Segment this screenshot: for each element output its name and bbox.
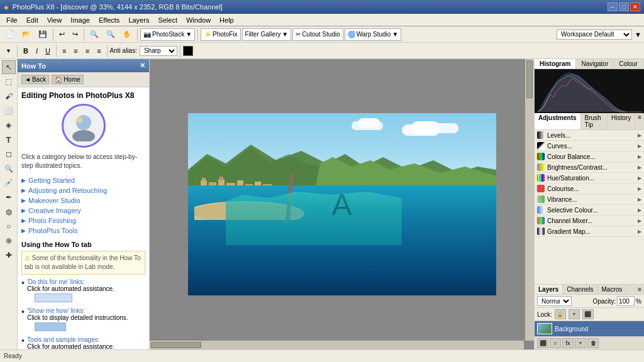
lock-button[interactable]: 🔒 xyxy=(555,309,566,319)
tab-navigator[interactable]: Navigator xyxy=(576,59,614,69)
workspace-select[interactable]: Workspace Default xyxy=(557,30,632,40)
warp-studio-button[interactable]: 🌀 Warp Studio ▼ xyxy=(345,28,402,41)
adj-menu[interactable]: ≡ xyxy=(635,113,644,129)
align-justify-button[interactable]: ≡ xyxy=(94,44,104,58)
zoom-in-button[interactable]: 🔍 xyxy=(87,28,102,41)
lock-color-button[interactable]: ⬛ xyxy=(582,309,594,319)
hand-tool[interactable]: ✋ xyxy=(119,28,135,41)
do-this-link[interactable]: 'Do this for me' links: xyxy=(27,278,85,285)
canvas-area[interactable]: A xyxy=(150,59,534,349)
tab-brush-tip[interactable]: Brush Tip xyxy=(581,113,608,129)
adj-colour-balance[interactable]: Colour Balance... ▶ xyxy=(535,151,644,162)
text-tool[interactable]: T xyxy=(2,133,16,146)
tab-history[interactable]: History xyxy=(608,113,635,129)
paint-tool[interactable]: 🖌 xyxy=(2,89,16,103)
delete-layer-button[interactable]: 🗑 xyxy=(587,338,599,348)
cat-tools[interactable]: ▶ PhotoPlus Tools xyxy=(21,226,145,236)
redo-button[interactable]: ↪ xyxy=(69,28,81,41)
tab-adjustments[interactable]: Adjustments xyxy=(535,113,581,129)
dodge-tool[interactable]: ○ xyxy=(2,219,16,233)
canvas-hscrollbar[interactable] xyxy=(150,341,524,349)
opacity-input[interactable] xyxy=(617,296,635,306)
maximize-button[interactable]: □ xyxy=(619,3,629,11)
tab-layers[interactable]: Layers xyxy=(535,285,563,294)
layer-fx-button[interactable]: fx xyxy=(562,338,574,348)
layers-menu[interactable]: ≡ xyxy=(635,285,644,294)
underline-button[interactable]: U xyxy=(42,44,53,58)
lock-add-button[interactable]: + xyxy=(569,309,580,319)
align-left-button[interactable]: ≡ xyxy=(59,44,69,58)
canvas-vscrollbar[interactable] xyxy=(525,59,534,341)
menu-item-file[interactable]: File xyxy=(3,15,21,25)
align-right-button[interactable]: ≡ xyxy=(82,44,92,58)
tab-colour[interactable]: Colour xyxy=(614,59,643,69)
adj-hue[interactable]: Hue/Saturation... ▶ xyxy=(535,173,644,184)
cat-makeover[interactable]: ▶ Makeover Studio xyxy=(21,195,145,206)
add-layer-button[interactable]: ⬛ xyxy=(537,338,548,348)
close-button[interactable]: ✕ xyxy=(630,3,640,11)
show-me-link[interactable]: 'Show me how' links: xyxy=(27,307,85,314)
howto-back-button[interactable]: ◄ Back xyxy=(21,75,49,84)
crop-tool[interactable]: ⬚ xyxy=(2,75,16,89)
blur-tool[interactable]: ◍ xyxy=(2,205,16,219)
adj-selective[interactable]: Selective Colour... ▶ xyxy=(535,205,644,216)
zoom-out-button[interactable]: 🔍 xyxy=(103,28,118,41)
tool-options-btn[interactable]: ▼ xyxy=(3,44,14,58)
do-this-image[interactable] xyxy=(35,293,72,302)
adj-channel-mixer[interactable]: Channel Mixer... ▶ xyxy=(535,216,644,226)
new-button[interactable]: 📄 xyxy=(3,28,18,41)
cutout-studio-button[interactable]: ✂ Cutout Studio xyxy=(292,28,343,41)
add-mask-button[interactable]: ○ xyxy=(550,338,561,348)
tools-link[interactable]: Tools and sample images: xyxy=(27,336,100,343)
filter-gallery-button[interactable]: Filter Gallery ▼ xyxy=(242,28,292,41)
menu-item-edit[interactable]: Edit xyxy=(23,15,42,25)
adj-curves[interactable]: Curves... ▶ xyxy=(535,141,644,151)
color-swatch[interactable] xyxy=(183,46,193,56)
italic-button[interactable]: I xyxy=(33,44,41,58)
new-layer-button[interactable]: + xyxy=(575,338,586,348)
menu-item-select[interactable]: Select xyxy=(154,15,181,25)
hscroll-thumb[interactable] xyxy=(151,342,201,348)
antialias-select[interactable]: Sharp xyxy=(140,46,177,56)
howto-home-button[interactable]: 🏠 Home xyxy=(52,75,84,84)
heal-tool[interactable]: ✚ xyxy=(2,248,16,262)
fill-tool[interactable]: ◈ xyxy=(2,118,16,132)
vscroll-thumb[interactable] xyxy=(526,60,533,98)
shape-tool[interactable]: ◻ xyxy=(2,147,16,161)
cat-finishing[interactable]: ▶ Photo Finishing xyxy=(21,216,145,226)
blend-mode-select[interactable]: Normal xyxy=(537,296,572,306)
show-me-image[interactable] xyxy=(35,322,66,331)
menu-item-window[interactable]: Window xyxy=(182,15,214,25)
adj-colourise[interactable]: Colourise... ▶ xyxy=(535,184,644,194)
adj-gradient-map[interactable]: Gradient Map... ▶ xyxy=(535,226,644,237)
photostack-button[interactable]: 📷 PhotoStack ▼ xyxy=(140,28,195,41)
save-button[interactable]: 💾 xyxy=(35,28,50,41)
howto-close-icon[interactable]: ✕ xyxy=(140,62,145,70)
bold-button[interactable]: B xyxy=(20,44,31,58)
menu-item-layers[interactable]: Layers xyxy=(125,15,153,25)
layer-item-background[interactable]: Background xyxy=(535,321,644,336)
menu-item-image[interactable]: Image xyxy=(67,15,94,25)
eraser-tool[interactable]: ⬜ xyxy=(2,104,16,118)
menu-item-help[interactable]: Help xyxy=(216,15,238,25)
adj-levels[interactable]: Levels... ▶ xyxy=(535,130,644,141)
cat-creative[interactable]: ▶ Creative Imagery xyxy=(21,206,145,216)
tab-channels[interactable]: Channels xyxy=(563,285,597,294)
adj-brightness[interactable]: Brightness/Contrast... ▶ xyxy=(535,162,644,173)
clone-tool[interactable]: ⊕ xyxy=(2,234,16,248)
menu-item-effects[interactable]: Effects xyxy=(95,15,123,25)
undo-button[interactable]: ↩ xyxy=(56,28,68,41)
zoom-tool[interactable]: 🔍 xyxy=(2,162,16,175)
tab-histogram[interactable]: Histogram xyxy=(535,59,576,69)
minimize-button[interactable]: ─ xyxy=(608,3,618,11)
select-tool[interactable]: ↖ xyxy=(2,60,16,74)
align-center-button[interactable]: ≡ xyxy=(70,44,80,58)
cat-getting-started[interactable]: ▶ Getting Started xyxy=(21,175,145,185)
open-button[interactable]: 📂 xyxy=(19,28,34,41)
pen-tool[interactable]: ✒ xyxy=(2,190,16,204)
tab-macros[interactable]: Macros xyxy=(598,285,627,294)
photofix-button[interactable]: ⚡ PhotoFix xyxy=(201,28,240,41)
adj-vibrance[interactable]: Vibrance... ▶ xyxy=(535,194,644,205)
eyedropper-tool[interactable]: 💉 xyxy=(2,176,16,190)
cat-adjusting[interactable]: ▶ Adjusting and Retouching xyxy=(21,185,145,195)
